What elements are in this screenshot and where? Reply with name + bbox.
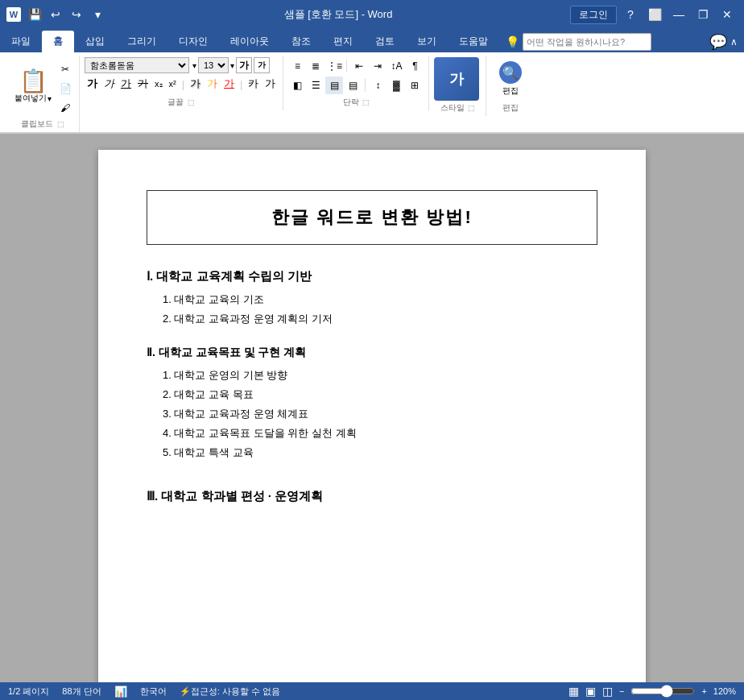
login-button[interactable]: 로그인 bbox=[570, 6, 617, 24]
align-right-button[interactable]: ▤ bbox=[325, 77, 343, 94]
font-expand-icon[interactable]: ⬚ bbox=[188, 98, 195, 106]
font-name-dropdown-icon[interactable]: ▾ bbox=[192, 61, 196, 70]
paste-button[interactable]: 📋 붙여넣기▾ bbox=[11, 65, 55, 109]
divider2: | bbox=[240, 78, 242, 90]
section-2-item-5: 5. 대학교 특색 교육 bbox=[147, 445, 597, 460]
text-effect-button[interactable]: 가 bbox=[188, 76, 203, 92]
undo-button[interactable]: ↩ bbox=[47, 6, 64, 23]
font-size-select[interactable]: 13 bbox=[198, 57, 229, 73]
ribbon-help-area: 💡 bbox=[499, 31, 709, 52]
styles-icon: 가 bbox=[449, 69, 464, 89]
tab-references[interactable]: 참조 bbox=[280, 31, 322, 52]
ribbon-display-button[interactable]: ⬜ bbox=[644, 6, 665, 23]
styles-button[interactable]: 가 bbox=[434, 57, 479, 101]
restore-button[interactable]: ❐ bbox=[692, 6, 713, 23]
minimize-button[interactable]: — bbox=[668, 6, 689, 23]
align-left-button[interactable]: ◧ bbox=[288, 77, 306, 94]
copy-button[interactable]: 📄 bbox=[56, 80, 74, 97]
collapse-ribbon-button[interactable]: ∧ bbox=[730, 31, 744, 52]
quick-access-options[interactable]: ▾ bbox=[89, 6, 106, 23]
increase-indent-button[interactable]: ⇥ bbox=[369, 57, 386, 75]
section-1-item-2: 2. 대학교 교육과정 운영 계획의 기저 bbox=[147, 312, 597, 326]
zoom-minus-icon[interactable]: − bbox=[619, 686, 624, 696]
section-2-item-4: 4. 대학교 교육목표 도달을 위한 실천 계획 bbox=[147, 426, 597, 441]
multilevel-list-button[interactable]: ⋮≡ bbox=[325, 57, 343, 75]
sort-button[interactable]: ↕A bbox=[387, 57, 405, 75]
shading-button[interactable]: ▓ bbox=[387, 77, 405, 94]
numbered-list-button[interactable]: ≣ bbox=[307, 57, 324, 75]
font-name-row: 함초롬돋움 ▾ 13 ▾ 가 가 bbox=[85, 57, 270, 73]
align-row: ◧ ☰ ▤ ▤ ↕ ▓ ⊞ bbox=[288, 77, 424, 94]
paragraph-group: ≡ ≣ ⋮≡ ⇤ ⇥ ↕A ¶ ◧ ☰ ▤ ▤ ↕ ▓ ⊞ bbox=[283, 56, 429, 110]
clipboard-expand-icon[interactable]: ⬚ bbox=[57, 120, 64, 128]
ribbon-content: 📋 붙여넣기▾ ✂ 📄 🖌 클립보드 ⬚ bbox=[0, 52, 744, 133]
tab-design[interactable]: 디자인 bbox=[167, 31, 219, 52]
tab-layout[interactable]: 레이아웃 bbox=[219, 31, 280, 52]
font-size-decrease-button[interactable]: 가 bbox=[254, 57, 270, 73]
style-group: 가 스타일 ⬚ bbox=[429, 56, 486, 116]
paragraph-label: 단락 ⬚ bbox=[288, 95, 424, 110]
section-1-item-1: 1. 대학교 교육의 기조 bbox=[147, 292, 597, 307]
editing-button[interactable]: 🔍 편집 bbox=[493, 57, 528, 101]
format-painter-button[interactable]: 🖌 bbox=[56, 99, 74, 117]
style-expand-icon[interactable]: ⬚ bbox=[468, 104, 475, 112]
cut-button[interactable]: ✂ bbox=[56, 60, 74, 78]
redo-button[interactable]: ↪ bbox=[68, 6, 85, 23]
zoom-plus-icon[interactable]: + bbox=[701, 686, 706, 696]
subscript-button[interactable]: x₂ bbox=[152, 78, 165, 90]
clipboard-label: 클립보드 ⬚ bbox=[11, 117, 74, 132]
section-3: Ⅲ. 대학교 학과별 편성 · 운영계획 bbox=[147, 489, 597, 504]
tab-home[interactable]: 홈 bbox=[42, 31, 74, 52]
section-3-heading: Ⅲ. 대학교 학과별 편성 · 운영계획 bbox=[147, 489, 597, 504]
save-button[interactable]: 💾 bbox=[26, 6, 43, 23]
tab-review[interactable]: 검토 bbox=[364, 31, 406, 52]
style-label: 스타일 ⬚ bbox=[434, 101, 481, 116]
font-color-button[interactable]: 가 bbox=[205, 76, 220, 92]
char-spacing-button[interactable]: 카 bbox=[246, 76, 261, 92]
paragraph-expand-icon[interactable]: ⬚ bbox=[362, 98, 370, 106]
strikethrough-button[interactable]: 가 bbox=[135, 76, 151, 92]
highlight-color-button[interactable]: 가 bbox=[221, 76, 237, 92]
decrease-indent-button[interactable]: ⇤ bbox=[350, 57, 368, 75]
borders-button[interactable]: ⊞ bbox=[406, 77, 424, 94]
char-border-button[interactable]: 가 bbox=[262, 76, 278, 92]
tab-mail[interactable]: 편지 bbox=[322, 31, 364, 52]
style-group-content: 가 bbox=[434, 57, 481, 101]
tab-draw[interactable]: 그리기 bbox=[116, 31, 167, 52]
show-marks-button[interactable]: ¶ bbox=[406, 57, 424, 75]
status-right: ▦ ▣ ◫ − + 120% bbox=[568, 685, 736, 698]
help-search-input[interactable] bbox=[523, 33, 651, 51]
bullet-list-button[interactable]: ≡ bbox=[288, 57, 306, 75]
zoom-slider[interactable] bbox=[630, 685, 695, 698]
close-button[interactable]: ✕ bbox=[717, 6, 738, 23]
line-spacing-button[interactable]: ↕ bbox=[369, 77, 386, 94]
search-icon: 🔍 bbox=[499, 61, 522, 84]
document-page[interactable]: 한글 워드로 변환 방법! Ⅰ. 대학교 교육계획 수립의 기반 1. 대학교 … bbox=[98, 150, 646, 700]
tab-help[interactable]: 도움말 bbox=[448, 31, 499, 52]
view-web-icon[interactable]: ◫ bbox=[602, 685, 613, 698]
chat-button[interactable]: 💬 bbox=[709, 31, 730, 52]
align-center-button[interactable]: ☰ bbox=[307, 77, 324, 94]
tab-view[interactable]: 보기 bbox=[406, 31, 448, 52]
chat-icon: 💬 bbox=[709, 33, 727, 51]
editing-label: 편집 bbox=[502, 85, 519, 97]
section-1: Ⅰ. 대학교 교육계획 수립의 기반 1. 대학교 교육의 기조 2. 대학교 … bbox=[147, 269, 597, 326]
bold-button[interactable]: 가 bbox=[85, 76, 100, 92]
view-normal-icon[interactable]: ▦ bbox=[568, 685, 579, 698]
tab-file[interactable]: 파일 bbox=[0, 31, 42, 52]
help-button[interactable]: ? bbox=[620, 6, 641, 23]
ribbon: 파일 홈 삽입 그리기 디자인 레이아웃 참조 편지 검토 보기 도움말 💡 💬… bbox=[0, 29, 744, 134]
justify-button[interactable]: ▤ bbox=[344, 77, 362, 94]
font-name-select[interactable]: 함초롬돋움 bbox=[85, 57, 189, 73]
font-size-dropdown-icon[interactable]: ▾ bbox=[230, 61, 234, 70]
cut-copy-format: ✂ 📄 🖌 bbox=[56, 57, 74, 117]
font-size-increase-button[interactable]: 가 bbox=[236, 57, 252, 73]
tab-insert[interactable]: 삽입 bbox=[74, 31, 116, 52]
italic-button[interactable]: 가 bbox=[101, 76, 117, 92]
section-2-item-2: 2. 대학교 교육 목표 bbox=[147, 387, 597, 402]
superscript-button[interactable]: x² bbox=[167, 78, 179, 89]
language-status: 한국어 bbox=[140, 686, 167, 698]
underline-button[interactable]: 가 bbox=[118, 76, 134, 92]
editing-group: 🔍 편집 편집 bbox=[486, 56, 535, 116]
view-print-icon[interactable]: ▣ bbox=[585, 685, 596, 698]
